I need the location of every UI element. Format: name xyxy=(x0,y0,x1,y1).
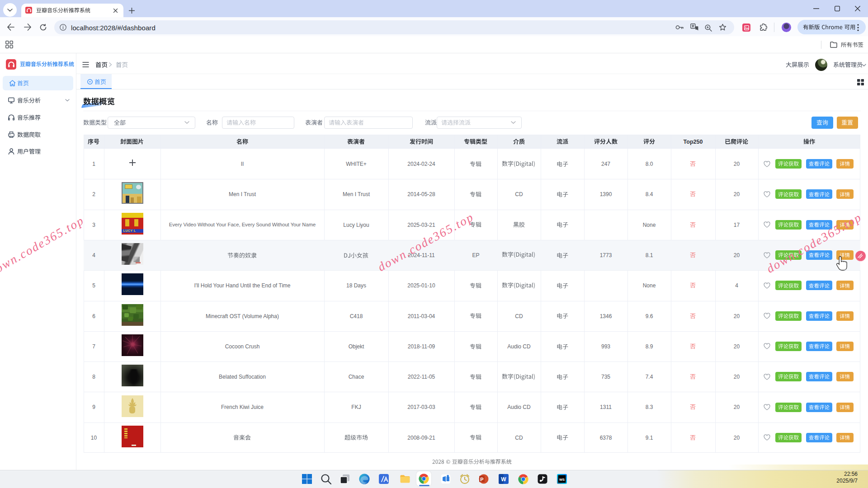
svg-text:P: P xyxy=(480,477,483,482)
svg-text:W: W xyxy=(501,476,506,483)
svg-text:WS: WS xyxy=(559,478,565,482)
